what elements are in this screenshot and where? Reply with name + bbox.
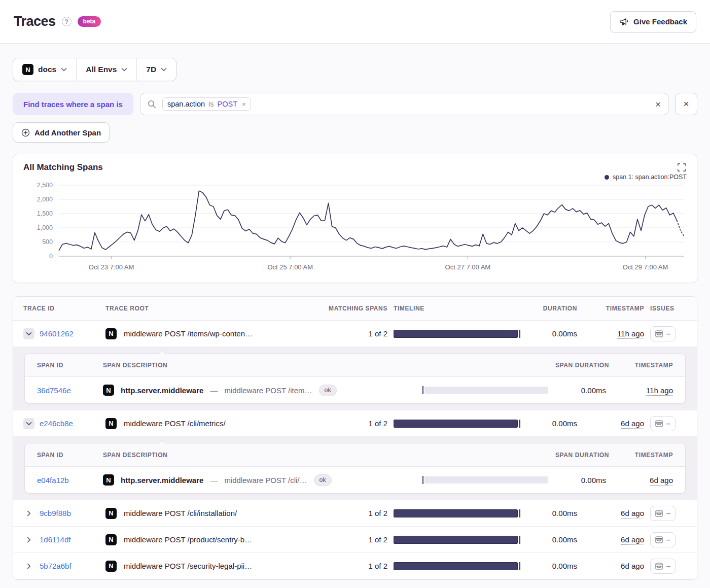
trace-id-link[interactable]: 1d6114df [40, 535, 70, 544]
give-feedback-button[interactable]: Give Feedback [610, 11, 696, 32]
search-filter-token[interactable]: span.action is POST × [162, 97, 251, 111]
trace-timeline-bar[interactable] [394, 330, 518, 338]
spans-sub-table: Span ID Span Description Span Duration T… [24, 353, 686, 404]
legend-dot-icon [605, 175, 609, 180]
spans-timeseries-chart[interactable]: 05001,0001,5002,0002,500Oct 23 7:00 AMOc… [23, 181, 688, 276]
trace-root-label: middleware POST /security-legal-pii… [124, 562, 252, 570]
timestamp-value[interactable]: 6d ago [621, 562, 644, 571]
nextjs-icon: N [105, 534, 117, 545]
trace-table-row[interactable]: e246cb8e N middleware POST /cli/metrics/… [13, 410, 697, 437]
expand-toggle-button[interactable] [23, 534, 34, 545]
trace-id-link[interactable]: 94601262 [40, 329, 74, 338]
col-span-timestamp: Timestamp [612, 362, 673, 369]
nextjs-project-icon: N [22, 64, 33, 75]
description-separator: — [210, 476, 218, 485]
chevron-down-icon [26, 421, 32, 427]
trace-root-label: middleware POST /cli/metrics/ [124, 419, 226, 428]
fullscreen-icon [678, 163, 686, 171]
expand-toggle-button[interactable] [23, 508, 34, 519]
token-remove-icon[interactable]: × [241, 100, 246, 108]
expanded-spans-section: Span ID Span Description Span Duration T… [13, 347, 697, 410]
issues-pill[interactable]: – [650, 416, 676, 431]
matching-spans-value: 1 of 2 [322, 329, 387, 338]
issues-pill[interactable]: – [650, 559, 676, 574]
span-id-link[interactable]: e04fa12b [37, 476, 69, 485]
col-trace-root: Trace Root [105, 305, 315, 312]
trace-root-label: middleware POST /cli/installation/ [124, 509, 237, 517]
chevron-down-icon [121, 67, 127, 72]
trace-id-link[interactable]: 5b72a6bf [40, 562, 72, 570]
span-status-badge: ok [319, 385, 337, 396]
time-period-dropdown[interactable]: 7D [136, 58, 176, 81]
clear-search-icon[interactable]: × [655, 99, 661, 109]
trace-table-row[interactable]: 5b72a6bf N middleware POST /security-leg… [13, 553, 697, 579]
environment-filter-label: All Envs [86, 65, 117, 74]
duration-value: 0.00ms [526, 509, 577, 517]
span-timestamp-value[interactable]: 6d ago [650, 476, 673, 486]
span-timestamp-value[interactable]: 11h ago [646, 386, 673, 396]
trace-id-link[interactable]: e246cb8e [40, 419, 73, 428]
trace-table-row[interactable]: 9cb9f88b N middleware POST /cli/installa… [13, 500, 697, 527]
trace-timeline-bar[interactable] [394, 509, 518, 517]
chevron-down-icon [161, 67, 167, 72]
svg-text:2,000: 2,000 [37, 196, 53, 203]
timestamp-value[interactable]: 6d ago [621, 509, 644, 518]
help-icon[interactable]: ? [62, 17, 72, 26]
add-another-span-button[interactable]: Add Another Span [13, 122, 110, 143]
duration-value: 0.00ms [526, 329, 577, 338]
top-bar: Traces ? beta Give Feedback [0, 0, 710, 44]
timestamp-value[interactable]: 11h ago [617, 329, 644, 339]
timestamp-value[interactable]: 6d ago [621, 419, 644, 429]
col-timeline: Timeline [394, 305, 520, 312]
col-trace-id: Trace ID [23, 305, 99, 312]
nextjs-icon: N [103, 385, 114, 396]
span-status-badge: ok [314, 474, 332, 486]
expand-toggle-button[interactable] [23, 561, 34, 572]
trace-timeline-bar[interactable] [394, 536, 518, 544]
trace-timeline-end-tick [519, 509, 520, 517]
trace-table-row[interactable]: 94601262 N middleware POST /items/wp-con… [13, 321, 697, 347]
remove-span-filter-button[interactable]: × [675, 93, 697, 115]
span-timeline-bar[interactable] [424, 476, 548, 483]
span-timeline-bar[interactable] [424, 387, 548, 394]
timestamp-value[interactable]: 6d ago [621, 535, 644, 545]
issues-pill[interactable]: – [650, 532, 676, 547]
issues-box-icon [655, 510, 663, 517]
expand-toggle-button[interactable] [23, 328, 34, 339]
expand-toggle-button[interactable] [23, 418, 34, 429]
environment-filter-dropdown[interactable]: All Envs [76, 58, 136, 81]
time-period-label: 7D [146, 65, 156, 74]
chart-legend: span 1: span.action:POST [23, 173, 687, 181]
issues-count-dash: – [666, 330, 670, 337]
expand-chart-button[interactable] [677, 162, 687, 174]
svg-text:Oct 23 7:00 AM: Oct 23 7:00 AM [89, 263, 134, 271]
chevron-down-icon [61, 67, 67, 72]
issues-pill[interactable]: – [650, 506, 676, 521]
svg-text:2,500: 2,500 [37, 182, 53, 189]
issues-box-icon [655, 330, 663, 337]
span-timeline-start-tick [422, 476, 423, 484]
svg-text:1,000: 1,000 [37, 224, 53, 231]
trace-timeline-bar[interactable] [394, 420, 518, 428]
trace-id-link[interactable]: 9cb9f88b [40, 509, 71, 517]
span-description-label: middleware POST /cli/… [224, 476, 307, 485]
issues-count-dash: – [666, 536, 670, 543]
span-search-input[interactable]: span.action is POST × × [140, 93, 668, 115]
trace-timeline-bar[interactable] [394, 562, 518, 570]
description-separator: — [210, 386, 218, 395]
issues-pill[interactable]: – [650, 326, 676, 341]
plus-circle-icon [21, 128, 30, 137]
trace-table-row[interactable]: 1d6114df N middleware POST /product/sent… [13, 527, 697, 553]
search-icon [148, 100, 156, 109]
col-span-description: Span Description [103, 362, 416, 369]
span-id-link[interactable]: 36d7546e [37, 386, 71, 395]
span-table-row[interactable]: e04fa12b N http.server.middleware — midd… [25, 467, 685, 493]
project-filter-dropdown[interactable]: N docs [13, 58, 76, 81]
token-key: span.action [167, 100, 205, 108]
trace-timeline-end-tick [519, 330, 520, 338]
svg-text:Oct 27 7:00 AM: Oct 27 7:00 AM [445, 263, 491, 271]
span-duration-value: 0.00ms [555, 476, 606, 485]
trace-root-label: middleware POST /product/sentry-b… [124, 535, 252, 544]
span-table-row[interactable]: 36d7546e N http.server.middleware — midd… [25, 377, 685, 403]
span-search-row: Find traces where a span is span.action … [13, 93, 697, 115]
